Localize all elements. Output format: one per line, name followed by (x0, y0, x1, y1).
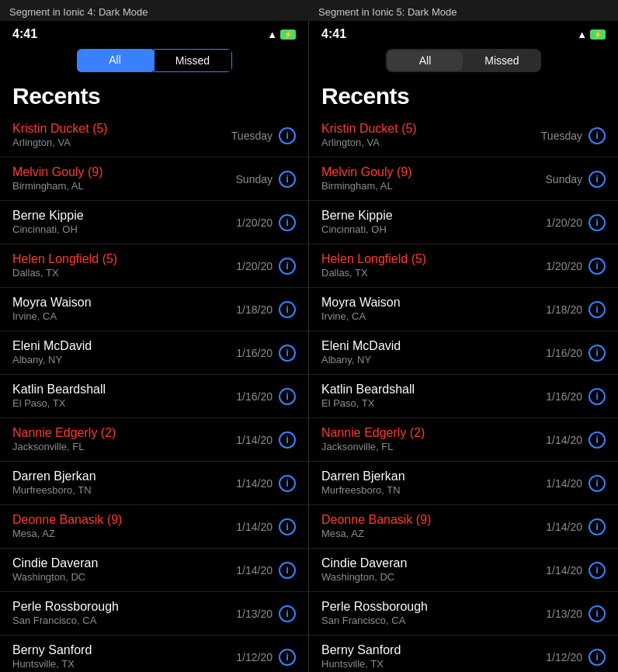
info-button[interactable]: i (588, 475, 606, 492)
contact-item[interactable]: Moyra WaisonIrvine, CA1/18/20i (0, 288, 308, 331)
contact-info: Berny SanfordHuntsville, TX (321, 643, 546, 672)
info-button[interactable]: i (588, 649, 606, 666)
contact-item[interactable]: Melvin Gouly (9)Birmingham, ALSundayi (309, 158, 618, 201)
contact-info: Nannie Edgerly (2)Jacksonville, FL (12, 425, 236, 455)
contact-right: 1/20/20i (546, 258, 606, 275)
contact-right: 1/16/20i (236, 345, 296, 362)
info-button[interactable]: i (588, 605, 606, 622)
contact-date: Sunday (546, 173, 582, 185)
contact-right: 1/18/20i (546, 301, 606, 318)
info-button[interactable]: i (588, 431, 606, 449)
wifi-icon-left: ▲ (267, 29, 277, 40)
segment-missed-v5[interactable]: Missed (464, 50, 540, 71)
contact-item[interactable]: Berne KippieCincinnati, OH1/20/20i (309, 201, 618, 244)
info-button[interactable]: i (588, 345, 606, 362)
info-button[interactable]: i (279, 214, 296, 231)
info-button[interactable]: i (588, 127, 606, 144)
contact-item[interactable]: Melvin Gouly (9)Birmingham, ALSundayi (0, 158, 308, 201)
contact-location: Dallas, TX (12, 267, 236, 280)
info-button[interactable]: i (279, 258, 296, 275)
contact-date: 1/20/20 (546, 216, 582, 229)
contact-date: 1/16/20 (546, 390, 582, 403)
contact-item[interactable]: Darren BjerkanMurfreesboro, TN1/14/20i (309, 462, 618, 505)
info-button[interactable]: i (279, 562, 296, 579)
status-bar-left: 4:41 ▲ ⚡ (0, 21, 308, 44)
contact-info: Melvin Gouly (9)Birmingham, AL (321, 165, 546, 194)
contact-date: 1/18/20 (236, 303, 273, 316)
contact-item[interactable]: Nannie Edgerly (2)Jacksonville, FL1/14/2… (0, 418, 308, 462)
contact-item[interactable]: Berny SanfordHuntsville, TX1/12/20i (309, 636, 618, 672)
contact-item[interactable]: Kristin Ducket (5)Arlington, VATuesdayi (309, 114, 618, 158)
info-button[interactable]: i (279, 127, 296, 144)
segment-all-v5[interactable]: All (387, 50, 463, 71)
segment-all-v4[interactable]: All (77, 49, 154, 72)
contact-name: Melvin Gouly (9) (12, 165, 236, 181)
contact-location: Birmingham, AL (321, 180, 546, 193)
contact-info: Katlin BeardshallEl Paso, TX (321, 382, 546, 411)
contact-item[interactable]: Berny SanfordHuntsville, TX1/12/20i (0, 636, 308, 672)
contact-item[interactable]: Helen Longfield (5)Dallas, TX1/20/20i (309, 244, 618, 288)
segment-v4-inner: All Missed (77, 49, 232, 72)
info-button[interactable]: i (588, 301, 606, 318)
contact-info: Deonne Banasik (9)Mesa, AZ (321, 512, 546, 542)
info-button[interactable]: i (279, 388, 296, 405)
contact-item[interactable]: Eleni McDavidAlbany, NY1/16/20i (309, 331, 618, 375)
info-button[interactable]: i (588, 562, 606, 579)
contact-location: Washington, DC (321, 571, 546, 584)
contact-date: 1/14/20 (236, 477, 273, 490)
info-button[interactable]: i (279, 301, 296, 318)
contact-item[interactable]: Cindie DaveranWashington, DC1/14/20i (0, 549, 308, 592)
info-button[interactable]: i (279, 605, 296, 622)
contact-location: Jacksonville, FL (321, 441, 546, 454)
contact-name: Berne Kippie (12, 208, 236, 224)
info-button[interactable]: i (279, 518, 296, 535)
info-button[interactable]: i (279, 475, 296, 492)
contact-item[interactable]: Darren BjerkanMurfreesboro, TN1/14/20i (0, 462, 308, 505)
contact-name: Cindie Daveran (12, 556, 236, 572)
contact-right: 1/14/20i (236, 475, 296, 492)
contact-location: Cincinnati, OH (12, 223, 236, 237)
contact-location: Arlington, VA (321, 137, 541, 150)
contact-location: Dallas, TX (321, 267, 546, 280)
contact-item[interactable]: Moyra WaisonIrvine, CA1/18/20i (309, 288, 618, 331)
contact-right: 1/16/20i (236, 388, 296, 405)
contact-item[interactable]: Nannie Edgerly (2)Jacksonville, FL1/14/2… (309, 418, 618, 462)
info-button[interactable]: i (588, 214, 606, 231)
contact-name: Berny Sanford (321, 643, 546, 659)
info-button[interactable]: i (588, 388, 606, 405)
info-button[interactable]: i (279, 431, 296, 449)
info-button[interactable]: i (279, 649, 296, 666)
info-button[interactable]: i (588, 171, 606, 188)
contact-item[interactable]: Deonne Banasik (9)Mesa, AZ1/14/20i (0, 505, 308, 549)
contact-info: Berne KippieCincinnati, OH (12, 208, 236, 237)
contact-right: 1/14/20i (236, 518, 296, 535)
contact-name: Berny Sanford (12, 643, 236, 659)
phone-panel-ionic5: 4:41 ▲ ⚡ All Missed Recents Kristin Duck… (309, 21, 618, 672)
contact-item[interactable]: Deonne Banasik (9)Mesa, AZ1/14/20i (309, 505, 618, 549)
contact-date: Sunday (236, 173, 273, 185)
info-button[interactable]: i (588, 518, 606, 535)
info-button[interactable]: i (588, 258, 606, 275)
contact-name: Moyra Waison (12, 295, 236, 311)
contact-item[interactable]: Helen Longfield (5)Dallas, TX1/20/20i (0, 244, 308, 288)
contact-item[interactable]: Katlin BeardshallEl Paso, TX1/16/20i (309, 375, 618, 418)
contact-right: 1/18/20i (236, 301, 296, 318)
contact-item[interactable]: Eleni McDavidAlbany, NY1/16/20i (0, 331, 308, 375)
contact-name: Berne Kippie (321, 208, 546, 224)
contact-item[interactable]: Perle RossboroughSan Francisco, CA1/13/2… (309, 592, 618, 636)
contact-item[interactable]: Cindie DaveranWashington, DC1/14/20i (309, 549, 618, 592)
segment-missed-v4[interactable]: Missed (154, 49, 232, 72)
contact-right: 1/13/20i (236, 605, 296, 622)
contact-date: Tuesday (231, 130, 273, 142)
contact-item[interactable]: Kristin Ducket (5)Arlington, VATuesdayi (0, 114, 308, 158)
contact-item[interactable]: Berne KippieCincinnati, OH1/20/20i (0, 201, 308, 244)
contact-info: Helen Longfield (5)Dallas, TX (321, 251, 546, 281)
contact-info: Cindie DaveranWashington, DC (321, 556, 546, 585)
contact-item[interactable]: Perle RossboroughSan Francisco, CA1/13/2… (0, 592, 308, 636)
contact-item[interactable]: Katlin BeardshallEl Paso, TX1/16/20i (0, 375, 308, 418)
contact-location: Murfreesboro, TN (12, 484, 236, 497)
contact-date: 1/14/20 (546, 564, 582, 577)
contact-info: Moyra WaisonIrvine, CA (321, 295, 546, 324)
info-button[interactable]: i (279, 171, 296, 188)
info-button[interactable]: i (279, 345, 296, 362)
